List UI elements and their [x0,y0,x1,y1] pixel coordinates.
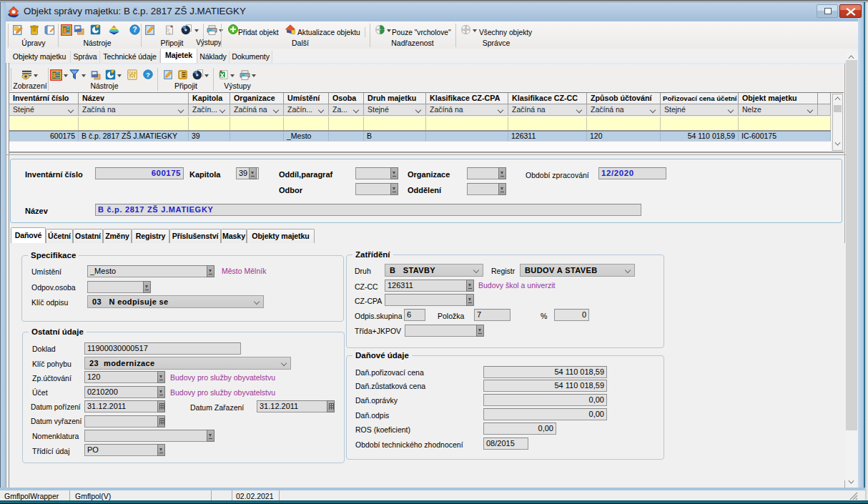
svg-text:?: ? [132,26,137,34]
svg-text:?: ? [146,71,150,79]
